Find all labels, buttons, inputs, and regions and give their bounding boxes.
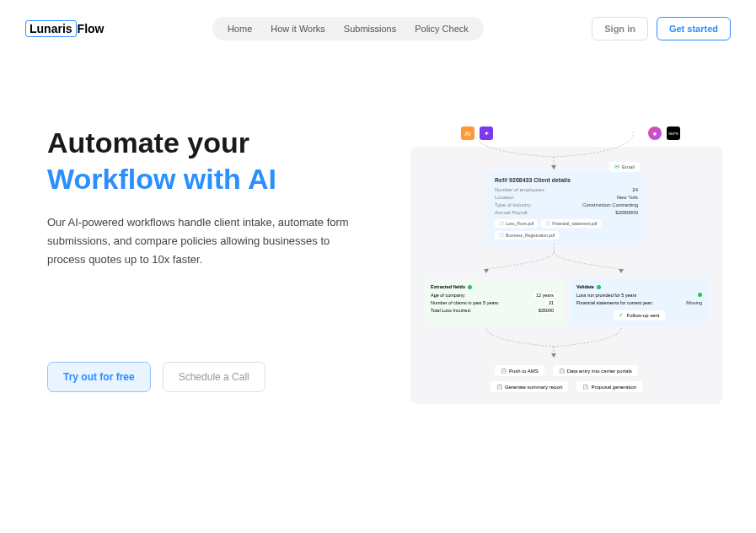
processing-cards: Extracted fields Age of company: 12 year… [424, 278, 709, 326]
nav-home[interactable]: Home [228, 24, 252, 34]
header-actions: Sign in Get started [592, 17, 731, 40]
check-icon [698, 293, 702, 297]
hero-description: Our AI-powered workflows handle client i… [47, 213, 351, 269]
schedule-call-button[interactable]: Schedule a Call [163, 362, 265, 392]
app-icon: ● [648, 127, 662, 140]
main-nav: Home How it Works Submissions Policy Che… [212, 17, 484, 40]
file-chip: Business_Registration.pdf [495, 231, 559, 240]
openai-icon: ✦ [480, 127, 493, 140]
action-data-entry: Data entry into carrier portals [553, 365, 638, 376]
integration-icons: AI ✦ ● GDPR [410, 127, 722, 140]
ai-icon: AI [461, 127, 475, 140]
diagram-container: Email Ref# 9208433 Client details Number… [410, 147, 722, 404]
hero-buttons: Try out for free Schedule a Call [47, 362, 376, 392]
action-row-1: Push to AMS Data entry into carrier port… [424, 365, 709, 376]
svg-marker-3 [551, 353, 556, 358]
action-summary-report: Generate summary report [491, 381, 569, 392]
nav-how-it-works[interactable]: How it Works [271, 24, 325, 34]
hero-left: Automate your Workflow with AI Our AI-po… [47, 125, 376, 392]
extracted-fields-card: Extracted fields Age of company: 12 year… [424, 278, 563, 326]
file-chip: Financial_statement.pdf [541, 219, 601, 228]
file-attachments: Loss_Runs.pdf Financial_statement.pdf Bu… [495, 219, 638, 240]
svg-marker-0 [551, 165, 556, 170]
action-push-ams: Push to AMS [495, 365, 544, 376]
check-icon: ✓ [619, 312, 624, 319]
header: LunarisFlow Home How it Works Submission… [0, 0, 756, 40]
file-chip: Loss_Runs.pdf [495, 219, 538, 228]
get-started-button[interactable]: Get started [657, 17, 731, 40]
nav-policy-check[interactable]: Policy Check [415, 24, 469, 34]
status-dot-icon [468, 285, 472, 289]
email-badge: Email [609, 162, 640, 172]
action-proposal: Proposal generation [576, 381, 642, 392]
validate-card: Validate Loss run provided for 5 years F… [570, 278, 709, 326]
hero-title: Automate your Workflow with AI [47, 125, 376, 197]
workflow-diagram: AI ✦ ● GDPR Email Ref# 9208433 Client de… [410, 127, 722, 404]
client-card-title: Ref# 9208433 Client details [495, 177, 638, 183]
action-row-2: Generate summary report Proposal generat… [424, 381, 709, 392]
hero-title-line2: Workflow with AI [47, 163, 276, 195]
logo[interactable]: LunarisFlow [25, 20, 104, 37]
client-details-card: Email Ref# 9208433 Client details Number… [486, 170, 646, 246]
followup-badge: ✓Follow-up sent [614, 310, 664, 320]
signin-button[interactable]: Sign in [592, 17, 648, 40]
nav-submissions[interactable]: Submissions [344, 24, 396, 34]
try-free-button[interactable]: Try out for free [47, 362, 151, 392]
hero-title-line1: Automate your [47, 127, 249, 159]
logo-text: Flow [78, 22, 105, 35]
logo-boxed: Lunaris [25, 20, 77, 37]
gdpr-icon: GDPR [667, 127, 680, 140]
status-dot-icon [597, 285, 601, 289]
